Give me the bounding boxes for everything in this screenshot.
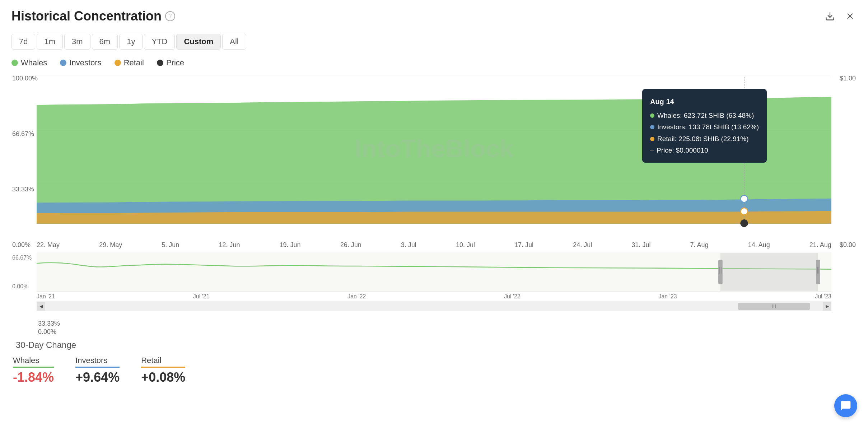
x-label-3: 12. Jun bbox=[219, 241, 240, 249]
nav-y-labels: 66.67% 0.00% bbox=[12, 252, 32, 292]
change-section: 33.33% 0.00% 30-Day Change Whales -1.84%… bbox=[11, 320, 857, 385]
svg-rect-14 bbox=[37, 253, 831, 291]
change-col-retail: Retail +0.08% bbox=[141, 356, 185, 385]
y-axis-right: $1.00 $0.00 bbox=[840, 75, 856, 249]
x-label-8: 17. Jul bbox=[514, 241, 533, 249]
change-label-retail: Retail bbox=[141, 356, 185, 368]
scrollbar[interactable]: ◀ ▶ bbox=[37, 301, 831, 311]
legend-price: Price bbox=[157, 58, 184, 68]
change-col-whales: Whales -1.84% bbox=[13, 356, 54, 385]
legend-investors-label: Investors bbox=[69, 58, 101, 68]
chart-legend: Whales Investors Retail Price bbox=[11, 58, 857, 68]
change-value-retail: +0.08% bbox=[141, 370, 185, 385]
x-label-11: 7. Aug bbox=[690, 241, 709, 249]
change-y-label-0: 0.00% bbox=[38, 328, 855, 336]
y-label-6667: 66.67% bbox=[12, 130, 38, 138]
x-axis: 22. May 29. May 5. Jun 12. Jun 19. Jun 2… bbox=[37, 241, 831, 249]
investors-dot bbox=[60, 60, 66, 66]
svg-point-10 bbox=[741, 195, 747, 202]
x-label-7: 10. Jul bbox=[456, 241, 475, 249]
nav-x-3: Jul '22 bbox=[504, 293, 521, 300]
main-chart: IntoTheBlock Aug 14 Whales: 623.72t SHIB… bbox=[37, 75, 831, 240]
svg-rect-20 bbox=[816, 260, 820, 284]
retail-dot bbox=[115, 60, 121, 66]
page-title: Historical Concentration bbox=[11, 9, 162, 24]
x-label-0: 22. May bbox=[37, 241, 60, 249]
svg-point-12 bbox=[741, 220, 747, 227]
svg-text:IntoTheBlock: IntoTheBlock bbox=[354, 135, 513, 163]
time-btn-all[interactable]: All bbox=[222, 34, 246, 50]
legend-retail: Retail bbox=[115, 58, 144, 68]
nav-x-1: Jul '21 bbox=[193, 293, 210, 300]
nav-y-top: 66.67% bbox=[12, 255, 32, 261]
time-btn-6m[interactable]: 6m bbox=[92, 34, 118, 50]
nav-x-0: Jan '21 bbox=[37, 293, 55, 300]
help-icon[interactable]: ? bbox=[165, 11, 175, 21]
x-label-10: 31. Jul bbox=[631, 241, 650, 249]
time-btn-custom[interactable]: Custom bbox=[176, 34, 221, 50]
time-btn-ytd[interactable]: YTD bbox=[144, 34, 175, 50]
y-label-100: 100.00% bbox=[12, 75, 38, 82]
time-btn-3m[interactable]: 3m bbox=[64, 34, 90, 50]
legend-retail-label: Retail bbox=[124, 58, 144, 68]
header: Historical Concentration ? bbox=[11, 9, 857, 24]
y-axis-left: 100.00% 66.67% 33.33% 0.00% bbox=[12, 75, 38, 249]
legend-price-label: Price bbox=[166, 58, 184, 68]
x-label-1: 29. May bbox=[99, 241, 122, 249]
legend-investors: Investors bbox=[60, 58, 101, 68]
price-dot bbox=[157, 60, 163, 66]
y-label-0: 0.00% bbox=[12, 241, 38, 249]
chat-button[interactable] bbox=[834, 394, 857, 417]
x-label-6: 3. Jul bbox=[401, 241, 416, 249]
change-label-investors: Investors bbox=[75, 356, 120, 368]
x-label-9: 24. Jul bbox=[573, 241, 592, 249]
legend-whales: Whales bbox=[11, 58, 47, 68]
change-title: 30-Day Change bbox=[16, 340, 855, 350]
nav-x-5: Jul '23 bbox=[815, 293, 831, 300]
x-label-13: 21. Aug bbox=[809, 241, 831, 249]
whales-dot bbox=[11, 60, 18, 66]
x-label-4: 19. Jun bbox=[280, 241, 301, 249]
legend-whales-label: Whales bbox=[21, 58, 47, 68]
time-btn-7d[interactable]: 7d bbox=[11, 34, 35, 50]
time-range-buttons: 7d 1m 3m 6m 1y YTD Custom All bbox=[11, 34, 857, 50]
nav-y-bottom: 0.00% bbox=[12, 283, 32, 290]
change-value-whales: -1.84% bbox=[13, 370, 54, 385]
x-label-2: 5. Jun bbox=[162, 241, 179, 249]
time-btn-1m[interactable]: 1m bbox=[37, 34, 63, 50]
svg-rect-16 bbox=[720, 253, 818, 291]
scrollbar-thumb[interactable] bbox=[738, 303, 810, 310]
svg-rect-17 bbox=[718, 260, 723, 284]
close-icon[interactable] bbox=[844, 10, 857, 23]
download-icon[interactable] bbox=[823, 10, 836, 23]
change-y-label: 33.33% bbox=[38, 320, 855, 327]
x-label-12: 14. Aug bbox=[748, 241, 770, 249]
x-label-5: 26. Jun bbox=[340, 241, 361, 249]
chart-svg: IntoTheBlock bbox=[37, 75, 831, 240]
change-label-whales: Whales bbox=[13, 356, 54, 368]
nav-x-4: Jan '23 bbox=[658, 293, 677, 300]
change-grid: Whales -1.84% Investors +9.64% Retail +0… bbox=[13, 356, 855, 385]
svg-point-9 bbox=[741, 94, 747, 101]
change-col-investors: Investors +9.64% bbox=[75, 356, 120, 385]
y-label-right-0: $0.00 bbox=[840, 241, 856, 249]
navigator[interactable] bbox=[37, 252, 831, 292]
svg-point-11 bbox=[741, 208, 747, 215]
scroll-right-arrow[interactable]: ▶ bbox=[823, 302, 831, 311]
nav-x-2: Jan '22 bbox=[347, 293, 366, 300]
scroll-left-arrow[interactable]: ◀ bbox=[37, 302, 45, 311]
header-left: Historical Concentration ? bbox=[11, 9, 175, 24]
time-btn-1y[interactable]: 1y bbox=[119, 34, 143, 50]
change-value-investors: +9.64% bbox=[75, 370, 120, 385]
navigator-svg bbox=[37, 252, 831, 292]
nav-x-labels: Jan '21 Jul '21 Jan '22 Jul '22 Jan '23 … bbox=[37, 293, 831, 300]
y-label-3333: 33.33% bbox=[12, 186, 38, 193]
y-label-right-1: $1.00 bbox=[840, 75, 856, 82]
header-actions bbox=[823, 10, 857, 23]
